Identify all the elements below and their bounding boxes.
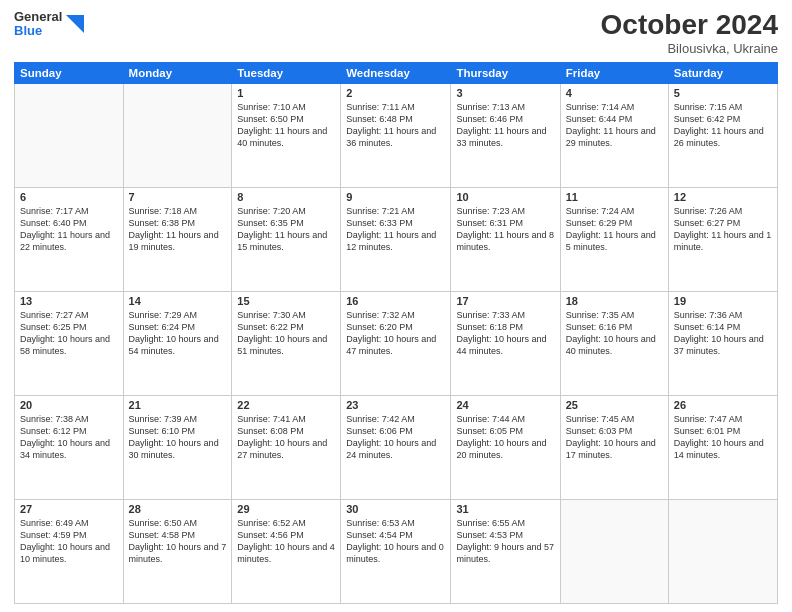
weekday-header-friday: Friday: [560, 62, 668, 83]
weekday-header-sunday: Sunday: [15, 62, 124, 83]
weekday-header-row: SundayMondayTuesdayWednesdayThursdayFrid…: [15, 62, 778, 83]
day-detail: Sunrise: 6:49 AM Sunset: 4:59 PM Dayligh…: [20, 517, 118, 566]
calendar-cell: [668, 499, 777, 603]
weekday-header-thursday: Thursday: [451, 62, 560, 83]
day-detail: Sunrise: 7:39 AM Sunset: 6:10 PM Dayligh…: [129, 413, 227, 462]
weekday-header-saturday: Saturday: [668, 62, 777, 83]
page-title: October 2024: [601, 10, 778, 41]
day-number: 7: [129, 191, 227, 203]
calendar-cell: 22Sunrise: 7:41 AM Sunset: 6:08 PM Dayli…: [232, 395, 341, 499]
calendar-week-row: 6Sunrise: 7:17 AM Sunset: 6:40 PM Daylig…: [15, 187, 778, 291]
day-number: 2: [346, 87, 445, 99]
calendar-cell: 8Sunrise: 7:20 AM Sunset: 6:35 PM Daylig…: [232, 187, 341, 291]
calendar-week-row: 13Sunrise: 7:27 AM Sunset: 6:25 PM Dayli…: [15, 291, 778, 395]
day-number: 15: [237, 295, 335, 307]
day-detail: Sunrise: 7:44 AM Sunset: 6:05 PM Dayligh…: [456, 413, 554, 462]
calendar-cell: 6Sunrise: 7:17 AM Sunset: 6:40 PM Daylig…: [15, 187, 124, 291]
day-detail: Sunrise: 7:14 AM Sunset: 6:44 PM Dayligh…: [566, 101, 663, 150]
day-number: 14: [129, 295, 227, 307]
day-detail: Sunrise: 7:27 AM Sunset: 6:25 PM Dayligh…: [20, 309, 118, 358]
day-detail: Sunrise: 7:41 AM Sunset: 6:08 PM Dayligh…: [237, 413, 335, 462]
calendar-cell: 23Sunrise: 7:42 AM Sunset: 6:06 PM Dayli…: [341, 395, 451, 499]
calendar-cell: 20Sunrise: 7:38 AM Sunset: 6:12 PM Dayli…: [15, 395, 124, 499]
day-detail: Sunrise: 7:21 AM Sunset: 6:33 PM Dayligh…: [346, 205, 445, 254]
day-number: 9: [346, 191, 445, 203]
calendar-cell: 24Sunrise: 7:44 AM Sunset: 6:05 PM Dayli…: [451, 395, 560, 499]
day-number: 17: [456, 295, 554, 307]
calendar-week-row: 1Sunrise: 7:10 AM Sunset: 6:50 PM Daylig…: [15, 83, 778, 187]
day-number: 22: [237, 399, 335, 411]
day-detail: Sunrise: 7:45 AM Sunset: 6:03 PM Dayligh…: [566, 413, 663, 462]
day-detail: Sunrise: 7:29 AM Sunset: 6:24 PM Dayligh…: [129, 309, 227, 358]
logo-triangle-icon: [66, 15, 84, 33]
day-number: 26: [674, 399, 772, 411]
calendar-cell: 17Sunrise: 7:33 AM Sunset: 6:18 PM Dayli…: [451, 291, 560, 395]
title-block: October 2024 Bilousivka, Ukraine: [601, 10, 778, 56]
weekday-header-monday: Monday: [123, 62, 232, 83]
day-detail: Sunrise: 7:23 AM Sunset: 6:31 PM Dayligh…: [456, 205, 554, 254]
calendar-header: SundayMondayTuesdayWednesdayThursdayFrid…: [15, 62, 778, 83]
calendar-cell: 21Sunrise: 7:39 AM Sunset: 6:10 PM Dayli…: [123, 395, 232, 499]
day-detail: Sunrise: 6:52 AM Sunset: 4:56 PM Dayligh…: [237, 517, 335, 566]
weekday-header-tuesday: Tuesday: [232, 62, 341, 83]
day-number: 8: [237, 191, 335, 203]
day-number: 30: [346, 503, 445, 515]
day-number: 18: [566, 295, 663, 307]
calendar-week-row: 20Sunrise: 7:38 AM Sunset: 6:12 PM Dayli…: [15, 395, 778, 499]
day-number: 3: [456, 87, 554, 99]
weekday-header-wednesday: Wednesday: [341, 62, 451, 83]
day-number: 1: [237, 87, 335, 99]
day-number: 4: [566, 87, 663, 99]
day-detail: Sunrise: 6:53 AM Sunset: 4:54 PM Dayligh…: [346, 517, 445, 566]
calendar-cell: 12Sunrise: 7:26 AM Sunset: 6:27 PM Dayli…: [668, 187, 777, 291]
calendar-cell: 15Sunrise: 7:30 AM Sunset: 6:22 PM Dayli…: [232, 291, 341, 395]
calendar-cell: 3Sunrise: 7:13 AM Sunset: 6:46 PM Daylig…: [451, 83, 560, 187]
day-detail: Sunrise: 7:33 AM Sunset: 6:18 PM Dayligh…: [456, 309, 554, 358]
svg-marker-0: [66, 15, 84, 33]
calendar-cell: 4Sunrise: 7:14 AM Sunset: 6:44 PM Daylig…: [560, 83, 668, 187]
logo-general: General: [14, 10, 62, 24]
day-number: 24: [456, 399, 554, 411]
day-number: 16: [346, 295, 445, 307]
day-number: 23: [346, 399, 445, 411]
day-detail: Sunrise: 7:35 AM Sunset: 6:16 PM Dayligh…: [566, 309, 663, 358]
page-location: Bilousivka, Ukraine: [601, 41, 778, 56]
day-detail: Sunrise: 7:24 AM Sunset: 6:29 PM Dayligh…: [566, 205, 663, 254]
day-number: 11: [566, 191, 663, 203]
calendar-cell: [123, 83, 232, 187]
calendar-cell: [560, 499, 668, 603]
day-detail: Sunrise: 6:55 AM Sunset: 4:53 PM Dayligh…: [456, 517, 554, 566]
calendar-cell: 7Sunrise: 7:18 AM Sunset: 6:38 PM Daylig…: [123, 187, 232, 291]
calendar-cell: 27Sunrise: 6:49 AM Sunset: 4:59 PM Dayli…: [15, 499, 124, 603]
day-detail: Sunrise: 7:17 AM Sunset: 6:40 PM Dayligh…: [20, 205, 118, 254]
day-detail: Sunrise: 7:32 AM Sunset: 6:20 PM Dayligh…: [346, 309, 445, 358]
day-number: 13: [20, 295, 118, 307]
day-number: 5: [674, 87, 772, 99]
day-detail: Sunrise: 7:30 AM Sunset: 6:22 PM Dayligh…: [237, 309, 335, 358]
page: General Blue October 2024 Bilousivka, Uk…: [0, 0, 792, 612]
calendar-cell: 25Sunrise: 7:45 AM Sunset: 6:03 PM Dayli…: [560, 395, 668, 499]
day-number: 12: [674, 191, 772, 203]
calendar-cell: 2Sunrise: 7:11 AM Sunset: 6:48 PM Daylig…: [341, 83, 451, 187]
calendar-cell: 10Sunrise: 7:23 AM Sunset: 6:31 PM Dayli…: [451, 187, 560, 291]
calendar-cell: 26Sunrise: 7:47 AM Sunset: 6:01 PM Dayli…: [668, 395, 777, 499]
day-detail: Sunrise: 7:11 AM Sunset: 6:48 PM Dayligh…: [346, 101, 445, 150]
calendar-cell: 14Sunrise: 7:29 AM Sunset: 6:24 PM Dayli…: [123, 291, 232, 395]
calendar-cell: 1Sunrise: 7:10 AM Sunset: 6:50 PM Daylig…: [232, 83, 341, 187]
header: General Blue October 2024 Bilousivka, Uk…: [14, 10, 778, 56]
day-number: 6: [20, 191, 118, 203]
day-number: 25: [566, 399, 663, 411]
calendar-cell: 9Sunrise: 7:21 AM Sunset: 6:33 PM Daylig…: [341, 187, 451, 291]
day-number: 10: [456, 191, 554, 203]
day-number: 27: [20, 503, 118, 515]
logo: General Blue: [14, 10, 84, 39]
calendar-cell: 5Sunrise: 7:15 AM Sunset: 6:42 PM Daylig…: [668, 83, 777, 187]
day-detail: Sunrise: 7:13 AM Sunset: 6:46 PM Dayligh…: [456, 101, 554, 150]
day-number: 28: [129, 503, 227, 515]
day-detail: Sunrise: 7:18 AM Sunset: 6:38 PM Dayligh…: [129, 205, 227, 254]
calendar-cell: 18Sunrise: 7:35 AM Sunset: 6:16 PM Dayli…: [560, 291, 668, 395]
calendar-table: SundayMondayTuesdayWednesdayThursdayFrid…: [14, 62, 778, 604]
day-detail: Sunrise: 7:20 AM Sunset: 6:35 PM Dayligh…: [237, 205, 335, 254]
calendar-body: 1Sunrise: 7:10 AM Sunset: 6:50 PM Daylig…: [15, 83, 778, 603]
calendar-cell: 16Sunrise: 7:32 AM Sunset: 6:20 PM Dayli…: [341, 291, 451, 395]
